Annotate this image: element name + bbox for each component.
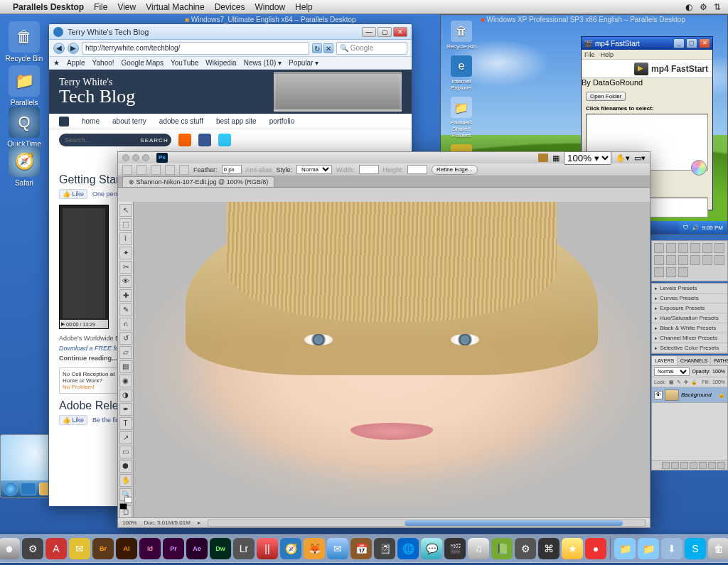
panel-icon[interactable] [678, 255, 688, 265]
panel-icon[interactable] [666, 267, 676, 277]
bookmark-item[interactable]: YouTube [171, 59, 198, 67]
dock-app[interactable]: ● [585, 538, 606, 559]
dock-folder[interactable]: 📁 [614, 538, 636, 559]
paths-tab[interactable]: PATHS [711, 356, 728, 365]
layer-row[interactable]: 👁 Background 🔒 [652, 387, 727, 403]
dock-skype[interactable]: S [685, 538, 706, 559]
desktop-icon-recycle-bin[interactable]: 🗑 Recycle Bin [3, 21, 46, 63]
stop-button[interactable]: ✕ [323, 43, 333, 53]
shape-tool[interactable]: ▭ [119, 446, 132, 458]
minimize-button[interactable]: _ [673, 38, 685, 48]
selection-add[interactable] [151, 165, 161, 175]
pen-tool[interactable]: ✒ [119, 403, 132, 416]
lasso-tool[interactable]: ⌇ [119, 232, 132, 245]
bookmark-item[interactable]: Yahoo! [92, 59, 114, 67]
layer-thumbnail[interactable] [665, 389, 679, 401]
lock-pixels[interactable]: ✎ [677, 380, 681, 385]
blog-search-button[interactable]: SEARCH [137, 134, 171, 146]
nav-item[interactable]: about terry [112, 117, 146, 125]
blog-search-input[interactable] [59, 134, 137, 146]
panel-icon[interactable] [654, 243, 664, 253]
menu-devices[interactable]: Devices [215, 2, 245, 12]
panel-icon[interactable] [678, 267, 688, 277]
close-button[interactable]: ✕ [393, 27, 407, 37]
preset-row[interactable]: ▸Levels Presets [652, 284, 727, 294]
blur-tool[interactable]: ◉ [119, 375, 132, 387]
3d-tool[interactable]: ⬢ [119, 460, 132, 473]
fx-icon[interactable] [671, 462, 679, 469]
xp-icon-shared-folders[interactable]: 📁Parallels Shared Folders [445, 97, 478, 139]
wand-tool[interactable]: ✦ [119, 247, 132, 259]
bookmark-item[interactable]: Apple [67, 59, 85, 67]
dodge-tool[interactable]: ◑ [119, 389, 132, 402]
dock-premiere[interactable]: Pr [163, 538, 184, 559]
home-icon[interactable] [59, 117, 69, 127]
dock-app[interactable]: 📗 [491, 538, 513, 559]
eyedropper-tool[interactable]: 👁 [119, 275, 132, 288]
dock-app[interactable]: ✉ [69, 538, 90, 559]
refresh-button[interactable]: ↻ [312, 43, 322, 53]
nav-item[interactable]: best app site [216, 117, 257, 125]
feather-input[interactable] [222, 165, 242, 174]
dock-aftereffects[interactable]: Ae [186, 538, 208, 559]
xp-icon-ie[interactable]: eInternet Explorer [445, 55, 478, 91]
layers-tab[interactable]: LAYERS [652, 356, 678, 365]
dock-ichat[interactable]: 💬 [421, 538, 442, 559]
ps-canvas[interactable] [134, 202, 650, 517]
panel-icon[interactable] [702, 243, 712, 253]
menubar-extra-icon[interactable]: ◐ [684, 2, 694, 12]
blend-mode-select[interactable]: Normal [654, 367, 690, 376]
nav-item[interactable]: home [82, 117, 100, 125]
delete-layer-icon[interactable] [717, 462, 725, 469]
group-icon[interactable] [699, 462, 707, 469]
h-scrollbar[interactable] [208, 520, 646, 527]
back-button[interactable]: ◀ [53, 43, 65, 54]
menu-file[interactable]: File [584, 51, 595, 58]
panel-icon[interactable] [678, 243, 688, 253]
video-player[interactable]: ▶ 00:00 / 13:29 [59, 205, 109, 329]
panel-icon[interactable] [690, 243, 700, 253]
doc-size-readout[interactable]: Doc: 5.01M/5.01M [144, 520, 190, 526]
menu-vm[interactable]: Virtual Machine [146, 2, 205, 12]
menu-file[interactable]: File [94, 2, 107, 12]
marquee-tool-preview[interactable] [122, 165, 132, 175]
panel-icon[interactable] [654, 267, 664, 277]
rss-icon[interactable] [178, 134, 191, 146]
dock-parallels[interactable]: || [257, 538, 278, 559]
win7-taskbar-ie[interactable] [21, 483, 36, 495]
play-icon[interactable]: ▶ [61, 321, 65, 327]
close-dot[interactable] [122, 154, 129, 161]
path-tool[interactable]: ↗ [119, 431, 132, 444]
dock-downloads[interactable]: ⬇ [661, 538, 682, 559]
lock-transparent[interactable]: ▦ [669, 380, 674, 385]
dock-app[interactable]: A [46, 538, 67, 559]
zoom-readout[interactable]: 100% [122, 520, 136, 526]
preset-row[interactable]: ▸Selective Color Presets [652, 343, 727, 353]
dock-firefox[interactable]: 🦊 [304, 538, 325, 559]
blog-logo[interactable]: Terry White's Tech Blog [59, 77, 135, 106]
tray-icon[interactable]: 🔊 [692, 225, 699, 231]
close-tab-icon[interactable]: ⊗ [129, 178, 134, 185]
new-layer-icon[interactable] [708, 462, 716, 469]
selection-intersect[interactable] [179, 165, 189, 175]
brush-tool[interactable]: ✎ [119, 303, 132, 316]
panel-icon[interactable] [690, 255, 700, 265]
dock-ical[interactable]: 📅 [350, 538, 372, 559]
favorites-icon[interactable]: ★ [53, 59, 60, 67]
layer-name[interactable]: Background [681, 392, 712, 398]
type-tool[interactable]: T [119, 417, 132, 430]
dock-app[interactable]: ⚙ [22, 538, 43, 559]
minimize-dot[interactable] [132, 154, 139, 161]
dock-bridge[interactable]: Br [92, 538, 114, 559]
stamp-tool[interactable]: ⎌ [119, 318, 132, 330]
maximize-button[interactable]: ▢ [378, 27, 392, 37]
dock-app[interactable]: 🎬 [444, 538, 466, 559]
bookmark-item[interactable]: Wikipedia [205, 59, 236, 67]
like-button[interactable]: 👍 Like [59, 415, 87, 425]
dock-safari[interactable]: 🧭 [280, 538, 301, 559]
marquee-tool[interactable]: ⬚ [119, 218, 132, 231]
link-layers-icon[interactable] [662, 462, 670, 469]
desktop-icon-safari[interactable]: 🧭 Safari [3, 146, 46, 187]
minimize-button[interactable]: — [362, 27, 376, 37]
menubar-extra-icon[interactable]: ⚙ [698, 2, 708, 12]
